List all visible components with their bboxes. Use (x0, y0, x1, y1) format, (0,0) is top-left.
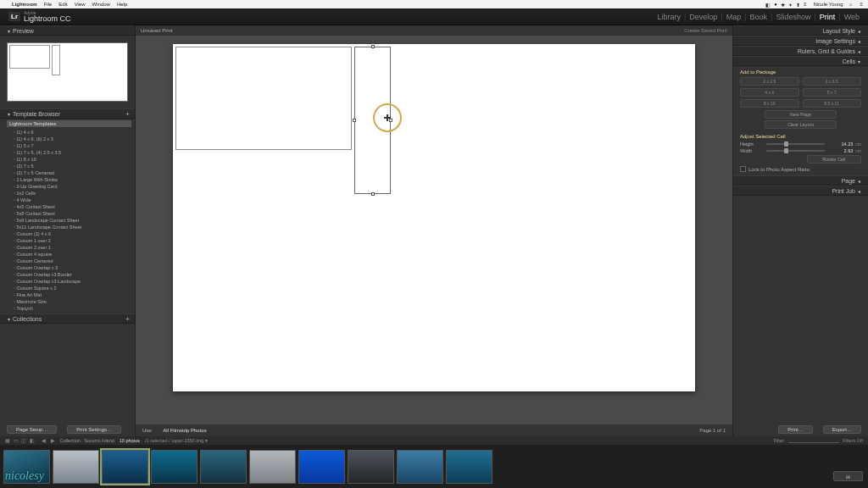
module-develop[interactable]: Develop (689, 13, 717, 21)
compare-icon[interactable]: ▭ (14, 438, 19, 443)
status-icon[interactable]: ● (774, 2, 777, 7)
print-button[interactable]: Print… (778, 425, 812, 434)
template-item[interactable]: Maximize Size (14, 298, 131, 305)
filmstrip-thumb[interactable] (446, 450, 492, 484)
template-item[interactable]: Triptych (14, 305, 131, 312)
print-cell-1[interactable] (175, 47, 352, 150)
filmstrip-thumb[interactable] (3, 450, 50, 484)
add-collection-icon[interactable]: + (125, 315, 130, 323)
layout-style-header[interactable]: Layout Style◂ (733, 25, 868, 36)
search-icon[interactable]: ⌕ (849, 2, 853, 7)
selected-file[interactable]: /1 selected / topaz-2350.dng ▾ (145, 438, 208, 443)
page-panel-header[interactable]: Page◂ (733, 175, 868, 186)
filmstrip-thumb[interactable] (151, 450, 198, 484)
template-item[interactable]: Custom 4 square (14, 251, 131, 258)
module-book[interactable]: Book (750, 13, 768, 21)
grid-icon[interactable]: ▦ (5, 438, 10, 443)
template-item[interactable]: Fine Art Mat (14, 291, 131, 298)
status-icon[interactable]: ≡ (804, 2, 807, 7)
menu-file[interactable]: File (44, 2, 53, 7)
size-5x7[interactable]: 5 x 7 (803, 88, 862, 97)
module-web[interactable]: Web (844, 13, 860, 21)
template-item[interactable]: (1) 4 x 6, (6) 2 x 3 (14, 136, 131, 142)
menu-edit[interactable]: Edit (58, 2, 67, 7)
template-item[interactable]: 5x8 Contact Sheet (14, 210, 131, 217)
print-page[interactable] (173, 44, 695, 391)
secondary-display-button[interactable]: ⊞ (833, 471, 863, 481)
lock-aspect-row[interactable]: Lock to Photo Aspect Ratio (740, 166, 861, 172)
filmstrip[interactable]: nicolesy ⊞ (0, 445, 868, 488)
survey-icon[interactable]: ◧ (30, 438, 35, 443)
collection-crumb[interactable]: Collection : Socorro Island (60, 438, 114, 443)
size-8.5x11[interactable]: 8.5 x 11 (803, 99, 862, 108)
cells-header[interactable]: Cells▾ (733, 56, 868, 66)
size-2x3.5[interactable]: 2 x 3.5 (803, 77, 862, 86)
menu-help[interactable]: Help (117, 2, 127, 7)
template-item[interactable]: (1) 7 x 5, (4) 2.5 x 3.5 (14, 149, 131, 156)
template-item[interactable]: Custom Centered (14, 258, 131, 264)
template-list[interactable]: Lightroom Templates (1) 4 x 6(1) 4 x 6, … (0, 119, 135, 313)
template-item[interactable]: 4 Wide (14, 197, 131, 203)
template-item[interactable]: 2x2 Cells (14, 190, 131, 197)
template-item[interactable]: (2) 7 x 5 (14, 163, 131, 169)
filmstrip-thumb[interactable] (102, 450, 148, 484)
filmstrip-thumb[interactable] (200, 450, 247, 484)
module-print[interactable]: Print (820, 13, 836, 21)
module-library[interactable]: Library (657, 13, 681, 21)
size-8x10[interactable]: 8 x 10 (740, 99, 799, 108)
template-item[interactable]: Custom Overlap x3 Border (14, 271, 131, 278)
width-value[interactable]: 2.93 (827, 148, 853, 153)
module-map[interactable]: Map (726, 13, 742, 21)
print-settings-button[interactable]: Print Settings… (67, 425, 121, 434)
filmstrip-thumb[interactable] (249, 450, 296, 484)
template-item[interactable]: 2-Up Greeting Card (14, 183, 131, 190)
template-browser-header[interactable]: ▾ Template Browser + (0, 108, 135, 119)
print-job-header[interactable]: Print Job◂ (733, 186, 868, 196)
image-settings-header[interactable]: Image Settings◂ (733, 36, 868, 46)
filter-field[interactable] (788, 438, 839, 443)
status-icon[interactable]: ✦ (788, 2, 793, 8)
template-item[interactable]: Custom Square x 2 (14, 285, 131, 291)
template-item[interactable]: Custom (2) 4 x 6 (14, 230, 131, 237)
print-canvas[interactable] (136, 36, 732, 424)
template-item[interactable]: (1) 4 x 6 (14, 129, 131, 136)
template-item[interactable]: 1 Large With Stroke (14, 176, 131, 183)
template-item[interactable]: (1) 8 x 10 (14, 156, 131, 163)
size-2x2.5[interactable]: 2 x 2.5 (740, 77, 799, 86)
template-item[interactable]: (1) 5 x 7 (14, 142, 131, 149)
page-setup-button[interactable]: Page Setup… (7, 425, 57, 434)
filmstrip-thumb[interactable] (298, 450, 345, 484)
height-value[interactable]: 14.23 (827, 141, 853, 147)
template-category-lightroom[interactable]: Lightroom Templates (7, 120, 131, 127)
collections-panel-header[interactable]: ▾ Collections + (0, 313, 135, 324)
filmstrip-thumb[interactable] (53, 450, 99, 484)
preview-panel-header[interactable]: ▾ Preview (0, 25, 135, 36)
print-cell-2-selected[interactable] (354, 47, 391, 194)
export-button[interactable]: Export… (823, 425, 861, 434)
create-saved-print-button[interactable]: Create Saved Print (684, 28, 727, 33)
template-item[interactable]: 5x11 Landscape Contact Sheet (14, 224, 131, 230)
template-item[interactable]: Custom Overlap x 3 (14, 264, 131, 271)
menubar-menu-icon[interactable]: ≡ (860, 2, 863, 7)
filters-off-toggle[interactable]: Filters Off (843, 438, 863, 443)
loupe-icon[interactable]: ◫ (21, 438, 26, 443)
width-slider[interactable] (766, 150, 825, 152)
status-icon[interactable]: ❖ (781, 2, 785, 8)
menu-view[interactable]: View (75, 2, 86, 7)
module-slideshow[interactable]: Slideshow (776, 13, 810, 21)
clear-layout-button[interactable]: Clear Layout (765, 120, 837, 129)
add-template-icon[interactable]: + (125, 110, 130, 118)
template-item[interactable]: 5x9 Landscape Contact Sheet (14, 217, 131, 224)
status-icon[interactable]: ◧ (765, 2, 771, 8)
rulers-grid-header[interactable]: Rulers, Grid & Guides◂ (733, 46, 868, 56)
nav-next-icon[interactable]: ▶ (51, 438, 55, 443)
filmstrip-thumb[interactable] (348, 450, 394, 484)
template-item[interactable]: Custom 1 over 2 (14, 237, 131, 244)
menubar-app[interactable]: Lightroom (12, 2, 37, 7)
template-item[interactable]: (2) 7 x 5 Centered (14, 169, 131, 176)
nav-prev-icon[interactable]: ◀ (42, 438, 46, 443)
menubar-user[interactable]: Nicole Young (813, 2, 843, 7)
size-4x6[interactable]: 4 x 6 (740, 88, 799, 97)
status-icon[interactable]: ⬆ (796, 2, 800, 8)
filmstrip-thumb[interactable] (397, 450, 443, 484)
